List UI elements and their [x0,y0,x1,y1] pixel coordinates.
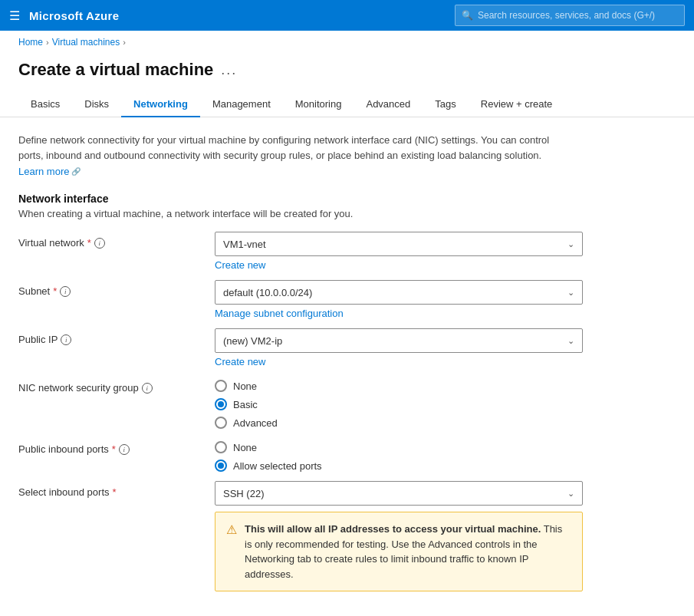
create-new-vnet-link[interactable]: Create new [215,259,265,271]
create-new-ip-link[interactable]: Create new [215,356,265,367]
manage-subnet-link[interactable]: Manage subnet configuration [215,308,344,319]
page-header: Create a virtual machine ... [0,54,694,92]
control-public-inbound-ports: None Allow selected ports [215,438,583,472]
search-input[interactable] [478,10,678,21]
label-public-ip: Public IP i [18,328,202,345]
top-nav: ☰ Microsoft Azure 🔍 [0,0,694,31]
control-select-inbound-ports: SSH (22) ⌄ ⚠ This will allow all IP addr… [215,481,583,591]
required-star-subnet: * [53,285,57,297]
form-row-nic-nsg: NIC network security group i None Basic … [18,377,676,429]
tab-advanced[interactable]: Advanced [354,92,423,117]
tabs: Basics Disks Networking Management Monit… [0,92,694,117]
section-title-network-interface: Network interface [18,193,676,205]
breadcrumb-sep-1: › [46,38,49,47]
hamburger-icon[interactable]: ☰ [9,8,20,23]
info-icon-public-ip[interactable]: i [61,334,71,345]
dropdown-arrow-vnet: ⌄ [567,239,574,249]
radio-input-ports-allow-selected[interactable] [215,460,227,472]
breadcrumb-home[interactable]: Home [18,37,43,48]
page-menu-icon[interactable]: ... [221,62,237,78]
search-bar[interactable]: 🔍 [455,5,685,26]
control-subnet: default (10.0.0.0/24) ⌄ Manage subnet co… [215,280,583,319]
control-public-ip: (new) VM2-ip ⌄ Create new [215,328,583,367]
radio-input-nsg-none[interactable] [215,380,227,392]
form-row-select-inbound-ports: Select inbound ports * SSH (22) ⌄ ⚠ This… [18,481,676,591]
label-public-inbound-ports: Public inbound ports * i [18,438,202,455]
label-nic-nsg: NIC network security group i [18,377,202,394]
form-row-public-inbound-ports: Public inbound ports * i None Allow sele… [18,438,676,472]
info-icon-vnet[interactable]: i [94,238,105,249]
label-virtual-network: Virtual network * i [18,232,202,249]
label-subnet: Subnet * i [18,280,202,297]
required-star-ports: * [112,443,116,455]
required-star-vnet: * [87,237,91,249]
radio-group-inbound-ports: None Allow selected ports [215,438,583,472]
radio-nsg-advanced[interactable]: Advanced [215,417,583,429]
form-row-public-ip: Public IP i (new) VM2-ip ⌄ Create new [18,328,676,367]
radio-input-ports-none[interactable] [215,441,227,453]
external-link-icon: 🔗 [71,167,81,176]
section-desc-network-interface: When creating a virtual machine, a netwo… [18,208,676,219]
tab-disks[interactable]: Disks [72,92,121,117]
dropdown-subnet[interactable]: default (10.0.0.0/24) ⌄ [215,280,583,305]
label-select-inbound-ports: Select inbound ports * [18,481,202,498]
warning-text: This will allow all IP addresses to acce… [245,522,571,581]
breadcrumb-sep-2: › [123,38,126,47]
form-row-subnet: Subnet * i default (10.0.0.0/24) ⌄ Manag… [18,280,676,319]
radio-input-nsg-advanced[interactable] [215,417,227,429]
radio-ports-allow-selected[interactable]: Allow selected ports [215,460,583,472]
tab-tags[interactable]: Tags [423,92,468,117]
radio-group-nic-nsg: None Basic Advanced [215,377,583,429]
info-icon-nic-nsg[interactable]: i [142,383,153,394]
tab-basics[interactable]: Basics [18,92,72,117]
dropdown-arrow-public-ip: ⌄ [567,336,574,346]
radio-input-nsg-basic[interactable] [215,398,227,410]
required-star-select-ports: * [113,486,117,498]
radio-nsg-none[interactable]: None [215,380,583,392]
content: Define network connectivity for your vir… [0,117,694,616]
breadcrumb: Home › Virtual machines › [0,31,694,54]
search-icon: 🔍 [462,10,473,21]
tab-monitoring[interactable]: Monitoring [283,92,354,117]
description-text: Define network connectivity for your vir… [18,133,571,163]
tab-management[interactable]: Management [200,92,283,117]
control-nic-nsg: None Basic Advanced [215,377,583,429]
warning-icon: ⚠ [226,522,237,581]
dropdown-select-inbound-ports[interactable]: SSH (22) ⌄ [215,481,583,506]
breadcrumb-vms[interactable]: Virtual machines [52,37,120,48]
dropdown-arrow-select-ports: ⌄ [567,489,574,499]
learn-more-link[interactable]: Learn more 🔗 [18,166,81,177]
radio-nsg-basic[interactable]: Basic [215,398,583,410]
tab-networking[interactable]: Networking [121,92,200,117]
control-virtual-network: VM1-vnet ⌄ Create new [215,232,583,271]
form-row-virtual-network: Virtual network * i VM1-vnet ⌄ Create ne… [18,232,676,271]
tab-review-create[interactable]: Review + create [469,92,565,117]
info-icon-subnet[interactable]: i [60,286,71,297]
dropdown-arrow-subnet: ⌄ [567,288,574,298]
nav-title: Microsoft Azure [29,9,119,22]
dropdown-virtual-network[interactable]: VM1-vnet ⌄ [215,232,583,256]
page-title: Create a virtual machine [18,60,213,80]
warning-box: ⚠ This will allow all IP addresses to ac… [215,512,583,591]
radio-ports-none[interactable]: None [215,441,583,453]
info-icon-inbound-ports[interactable]: i [119,444,130,455]
dropdown-public-ip[interactable]: (new) VM2-ip ⌄ [215,328,583,353]
